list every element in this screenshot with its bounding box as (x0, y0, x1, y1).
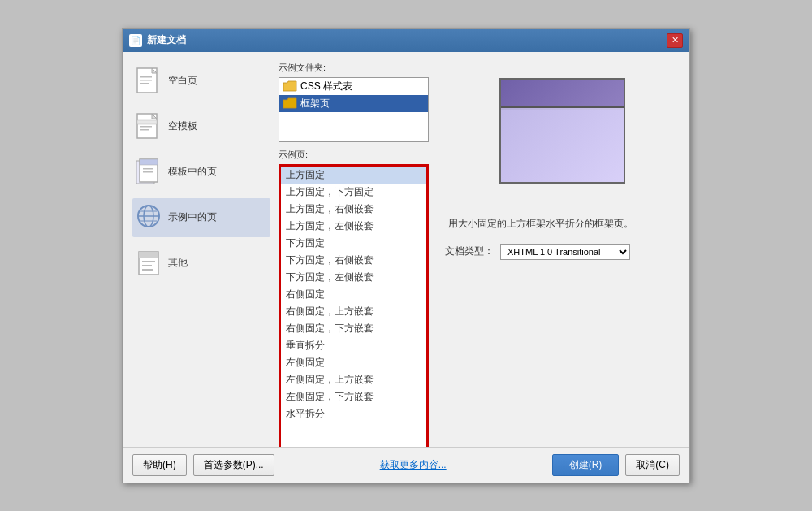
svg-rect-14 (143, 171, 153, 173)
page-horizontal-split[interactable]: 水平拆分 (281, 405, 426, 422)
svg-rect-7 (137, 120, 157, 124)
page-top-bottom-fixed[interactable]: 上方固定，下方固定 (281, 184, 426, 201)
svg-rect-22 (142, 261, 155, 262)
folder-icon (283, 80, 297, 92)
nav-template-page[interactable]: 模板中的页 (132, 153, 270, 192)
ok-button[interactable]: 创建(R) (552, 454, 620, 476)
folder-css-styles[interactable]: CSS 样式表 (279, 78, 428, 95)
page-left-bottom-nested[interactable]: 左侧固定，下方嵌套 (281, 388, 426, 405)
page-bottom-right-nested[interactable]: 下方固定，右侧嵌套 (281, 252, 426, 269)
nav-sample-page-label: 示例中的页 (168, 210, 217, 224)
preview-area (499, 78, 625, 192)
new-document-dialog: 📄 新建文档 ✕ 空白页 (122, 28, 690, 483)
preview-image (499, 78, 625, 184)
svg-rect-4 (140, 83, 149, 84)
folder-list[interactable]: CSS 样式表 框架页 (279, 77, 429, 142)
footer-right: 创建(R) 取消(C) (552, 454, 680, 476)
preferences-button[interactable]: 首选参数(P)... (193, 454, 274, 476)
template-page-icon (136, 158, 162, 187)
svg-rect-2 (140, 76, 152, 78)
get-more-link[interactable]: 获取更多内容... (380, 458, 447, 472)
pages-label: 示例页: (279, 149, 429, 161)
nav-other[interactable]: 其他 (132, 244, 270, 283)
doc-type-row: 文档类型： XHTML 1.0 Transitional XHTML 1.0 S… (445, 244, 680, 260)
svg-rect-3 (140, 80, 152, 81)
folders-label: 示例文件夹: (279, 62, 429, 74)
page-left-fixed[interactable]: 左侧固定 (281, 354, 426, 371)
svg-rect-24 (142, 269, 153, 271)
dialog-body: 空白页 空模板 (123, 52, 689, 447)
title-bar: 📄 新建文档 ✕ (123, 29, 689, 52)
nav-template-page-label: 模板中的页 (168, 165, 217, 179)
folders-section: 示例文件夹: CSS 样式表 框架页 (279, 62, 429, 142)
main-content: 空白页 空模板 (132, 62, 680, 447)
close-button[interactable]: ✕ (667, 33, 683, 48)
footer-center: 获取更多内容... (380, 458, 447, 472)
cancel-button[interactable]: 取消(C) (625, 454, 680, 476)
preview-top-frame (501, 80, 624, 108)
nav-blank-template-label: 空模板 (168, 119, 197, 133)
page-bottom-fixed[interactable]: 下方固定 (281, 235, 426, 252)
page-left-top-nested[interactable]: 左侧固定，上方嵌套 (281, 371, 426, 388)
folder-css-label: CSS 样式表 (300, 80, 352, 93)
svg-rect-23 (142, 265, 152, 266)
pages-section: 示例页: 上方固定 上方固定，下方固定 上方固定，右侧嵌套 上方固定，左侧嵌套 (279, 149, 429, 447)
folder-frame-label: 框架页 (300, 97, 330, 110)
page-right-top-nested[interactable]: 右侧固定，上方嵌套 (281, 303, 426, 320)
title-bar-left: 📄 新建文档 (129, 33, 186, 47)
folder-frame-pages[interactable]: 框架页 (279, 95, 428, 112)
middle-panel: 示例文件夹: CSS 样式表 框架页 (279, 62, 429, 447)
page-top-fixed[interactable]: 上方固定 (281, 167, 426, 184)
page-vertical-split[interactable]: 垂直拆分 (281, 337, 426, 354)
dialog-icon: 📄 (129, 34, 142, 47)
other-icon (136, 249, 162, 278)
description-text: 用大小固定的上方框架水平折分的框架页。 (445, 216, 680, 232)
footer: 帮助(H) 首选参数(P)... 获取更多内容... 创建(R) 取消(C) (123, 447, 689, 483)
right-panel: 用大小固定的上方框架水平折分的框架页。 文档类型： XHTML 1.0 Tran… (437, 62, 680, 447)
page-right-fixed[interactable]: 右侧固定 (281, 286, 426, 303)
page-top-right-nested[interactable]: 上方固定，右侧嵌套 (281, 201, 426, 218)
svg-rect-13 (143, 168, 153, 170)
footer-left: 帮助(H) 首选参数(P)... (132, 454, 274, 476)
doc-type-label: 文档类型： (445, 245, 494, 258)
page-bottom-left-nested[interactable]: 下方固定，左侧嵌套 (281, 269, 426, 286)
doc-type-select[interactable]: XHTML 1.0 Transitional XHTML 1.0 Strict … (500, 244, 630, 260)
help-button[interactable]: 帮助(H) (132, 454, 187, 476)
svg-rect-21 (139, 252, 158, 258)
preview-bottom-frame (501, 110, 624, 182)
pages-list[interactable]: 上方固定 上方固定，下方固定 上方固定，右侧嵌套 上方固定，左侧嵌套 下方固定 (279, 164, 429, 447)
page-right-bottom-nested[interactable]: 右侧固定，下方嵌套 (281, 320, 426, 337)
nav-blank-page[interactable]: 空白页 (132, 62, 270, 101)
svg-rect-9 (140, 129, 149, 131)
page-top-left-nested[interactable]: 上方固定，左侧嵌套 (281, 218, 426, 235)
sample-page-icon (136, 203, 162, 232)
nav-blank-template[interactable]: 空模板 (132, 107, 270, 146)
blank-template-icon (136, 112, 162, 141)
nav-sample-page[interactable]: 示例中的页 (132, 198, 270, 237)
svg-rect-12 (140, 159, 158, 165)
blank-page-icon (136, 67, 162, 96)
dialog-title: 新建文档 (147, 33, 186, 47)
left-panel: 空白页 空模板 (132, 62, 270, 447)
nav-other-label: 其他 (168, 256, 188, 270)
nav-blank-page-label: 空白页 (168, 74, 197, 88)
folder-selected-icon (283, 97, 297, 109)
svg-rect-8 (140, 126, 152, 128)
